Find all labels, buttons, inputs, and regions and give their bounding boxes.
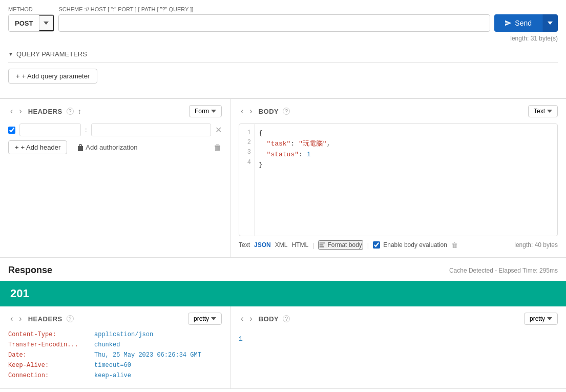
- line-numbers: 1234: [239, 124, 255, 236]
- body-length: length: 40 bytes: [514, 241, 558, 249]
- enable-eval-label: Enable body evaluation: [383, 241, 447, 249]
- resp-body-pretty-label: pretty: [530, 315, 545, 322]
- resp-header-transfer-encoding: Transfer-Encodin... chunked: [8, 341, 222, 348]
- delete-all-headers-button[interactable]: 🗑: [214, 143, 222, 152]
- body-panel: ‹ › BODY ? Text 1234 { "task": "玩電腦", "s…: [230, 99, 566, 257]
- add-header-icon: +: [15, 143, 19, 151]
- resp-body-nav-right[interactable]: ›: [247, 313, 254, 324]
- query-params-section: ▼ QUERY PARAMETERS + + Add query paramet…: [8, 44, 558, 92]
- add-header-button[interactable]: + + Add header: [8, 140, 67, 154]
- resp-headers-nav-right[interactable]: ›: [17, 313, 24, 324]
- body-tab-json[interactable]: JSON: [254, 241, 271, 249]
- body-tab-xml[interactable]: XML: [275, 241, 288, 249]
- headers-title: HEADERS: [28, 108, 62, 115]
- response-body-content: 1: [239, 331, 558, 347]
- add-auth-label: Add authorization: [86, 143, 137, 151]
- format-body-label: Format body: [327, 241, 362, 249]
- method-label: METHOD: [8, 6, 33, 12]
- method-dropdown-button[interactable]: [39, 15, 54, 31]
- resp-header-content-type: Content-Type: application/json: [8, 331, 222, 338]
- response-body-panel: ‹ › BODY ? pretty 1: [230, 306, 566, 388]
- response-headers-panel: ‹ › HEADERS ? pretty Content-Type: appli…: [0, 306, 230, 388]
- add-header-label: + Add header: [21, 143, 61, 151]
- header-value-input[interactable]: application/json: [91, 123, 211, 136]
- send-button[interactable]: Send: [494, 14, 542, 32]
- body-nav-right[interactable]: ›: [247, 106, 254, 117]
- headers-panel: ‹ › HEADERS ? ↕ Form Content-Type : appl…: [0, 99, 230, 257]
- header-checkbox[interactable]: [8, 127, 15, 134]
- response-headers-table: Content-Type: application/json Transfer-…: [8, 331, 222, 379]
- header-colon: :: [85, 126, 87, 134]
- body-footer: Text JSON XML HTML | Format body | Enabl…: [239, 240, 558, 250]
- resp-headers-title: HEADERS: [28, 315, 62, 323]
- resp-body-info-icon[interactable]: ?: [283, 315, 290, 322]
- bottom-toolbar: lines nums copy Top Bottom Collapse Open…: [0, 388, 566, 392]
- svg-rect-0: [320, 243, 325, 244]
- body-tab-text[interactable]: Text: [239, 241, 250, 249]
- body-text-format-button[interactable]: Text: [528, 105, 558, 117]
- svg-rect-2: [320, 246, 324, 247]
- resp-body-nav-left[interactable]: ‹: [239, 313, 245, 324]
- resp-headers-pretty-label: pretty: [194, 315, 209, 322]
- header-actions-row: + + Add header Add authorization 🗑: [8, 140, 222, 154]
- url-label: SCHEME :// HOST [ ":" PORT ] [ PATH [ "?…: [58, 6, 193, 12]
- resp-body-pretty-button[interactable]: pretty: [524, 313, 558, 325]
- headers-format-button[interactable]: Form: [189, 105, 222, 117]
- url-length: length: 31 byte(s): [8, 35, 558, 42]
- resp-headers-info-icon[interactable]: ?: [67, 315, 74, 322]
- resp-header-connection: Connection: keep-alive: [8, 372, 222, 379]
- header-name-input[interactable]: Content-Type: [19, 123, 81, 136]
- headers-nav-right[interactable]: ›: [17, 106, 24, 117]
- format-body-button[interactable]: Format body: [318, 240, 363, 250]
- add-query-button[interactable]: + + Add query parameter: [8, 69, 97, 84]
- enable-body-eval: Enable body evaluation: [373, 241, 447, 249]
- body-info-icon[interactable]: ?: [283, 108, 290, 115]
- response-title: Response: [8, 265, 52, 276]
- resp-headers-nav-left[interactable]: ‹: [8, 313, 15, 324]
- status-bar: 201: [0, 281, 566, 306]
- header-row: Content-Type : application/json ✕: [8, 123, 222, 136]
- add-query-label: + Add query parameter: [22, 72, 90, 80]
- body-title: BODY: [259, 108, 279, 115]
- headers-sort-icon: ↕: [78, 107, 81, 115]
- method-value: POST: [9, 19, 39, 27]
- response-section: Response Cache Detected - Elapsed Time: …: [0, 258, 566, 392]
- status-code: 201: [10, 287, 29, 300]
- query-params-label: QUERY PARAMETERS: [16, 50, 87, 58]
- resp-headers-pretty-button[interactable]: pretty: [188, 313, 222, 325]
- body-delete-icon[interactable]: 🗑: [451, 241, 458, 249]
- add-authorization-button[interactable]: Add authorization: [71, 141, 143, 154]
- body-nav-left[interactable]: ‹: [239, 106, 245, 117]
- query-arrow-icon: ▼: [8, 51, 13, 57]
- resp-header-date: Date: Thu, 25 May 2023 06:26:34 GMT: [8, 352, 222, 359]
- url-input[interactable]: http://localhost:8080/api/todos: [58, 14, 490, 32]
- code-content: { "task": "玩電腦", "status": 1 }: [255, 124, 557, 236]
- enable-eval-checkbox[interactable]: [373, 241, 380, 249]
- headers-nav-left[interactable]: ‹: [8, 106, 15, 117]
- body-tab-html[interactable]: HTML: [291, 241, 308, 249]
- resp-body-title: BODY: [259, 315, 279, 323]
- resp-header-keep-alive: Keep-Alive: timeout=60: [8, 362, 222, 369]
- add-query-icon: +: [16, 72, 20, 80]
- headers-info-icon[interactable]: ?: [67, 108, 74, 115]
- cache-info: Cache Detected - Elapsed Time: 295ms: [449, 267, 558, 274]
- query-params-toggle[interactable]: ▼ QUERY PARAMETERS: [8, 48, 558, 60]
- body-code-editor[interactable]: 1234 { "task": "玩電腦", "status": 1 }: [239, 123, 558, 236]
- header-delete-button[interactable]: ✕: [215, 125, 222, 135]
- method-select[interactable]: POST: [8, 14, 54, 32]
- body-text-format-label: Text: [534, 108, 545, 115]
- svg-rect-1: [320, 244, 324, 245]
- send-dropdown-button[interactable]: [542, 14, 558, 32]
